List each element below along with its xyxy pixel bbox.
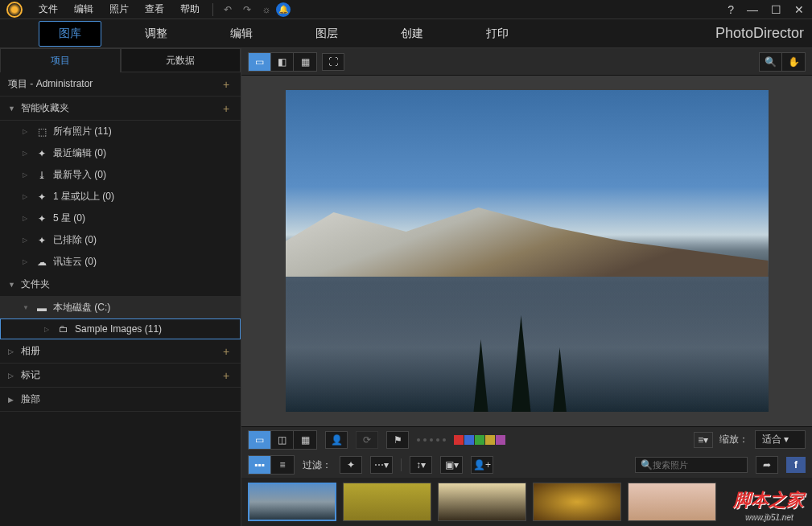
- faces-header[interactable]: ▶ 脸部: [0, 388, 241, 412]
- chevron-down-icon: ▼: [8, 281, 16, 289]
- smart-item-import[interactable]: ▷⤓最新导入 (0): [0, 164, 241, 186]
- content-area: ▭ ◧ ▦ ⛶ 🔍 ✋: [241, 48, 812, 526]
- thumbnail[interactable]: [343, 483, 431, 521]
- project-header[interactable]: 项目 - Administrator +: [0, 72, 241, 97]
- smart-item-1star[interactable]: ▷✦1 星或以上 (0): [0, 186, 241, 208]
- bell-icon[interactable]: 🔔: [276, 2, 291, 17]
- wand-icon: ✦: [35, 235, 48, 246]
- thumbnail[interactable]: [438, 483, 526, 521]
- smart-item-5star[interactable]: ▷✦5 星 (0): [0, 208, 241, 229]
- folders-label: 文件夹: [21, 277, 233, 291]
- face-tag-button[interactable]: 👤: [325, 431, 348, 449]
- filter-more-button[interactable]: ⋯▾: [370, 456, 393, 474]
- add-smart-button[interactable]: +: [220, 102, 233, 115]
- color-tag-green[interactable]: [475, 435, 484, 445]
- smart-item-all[interactable]: ▷⬚所有照片 (11): [0, 121, 241, 142]
- export-button[interactable]: ➦: [756, 456, 778, 474]
- close-button[interactable]: ✕: [791, 3, 807, 16]
- thumb-size-1[interactable]: ▪▪▪: [249, 456, 271, 474]
- color-tag-purple[interactable]: [496, 435, 505, 445]
- menu-help[interactable]: 帮助: [172, 0, 208, 19]
- view-grid-button[interactable]: ▦: [294, 53, 316, 71]
- chevron-right-icon: ▷: [23, 171, 31, 179]
- side-tab-metadata[interactable]: 元数据: [121, 48, 241, 72]
- color-tag-red[interactable]: [454, 435, 464, 445]
- add-project-button[interactable]: +: [220, 78, 233, 91]
- folders-header[interactable]: ▼ 文件夹: [0, 273, 241, 297]
- smart-item-cloud[interactable]: ▷☁讯连云 (0): [0, 251, 241, 273]
- minimize-button[interactable]: —: [744, 3, 761, 16]
- add-album-button[interactable]: +: [220, 345, 233, 358]
- maximize-button[interactable]: ☐: [768, 3, 785, 16]
- redo-icon[interactable]: ↷: [241, 3, 253, 16]
- side-tab-project[interactable]: 项目: [0, 48, 121, 72]
- chevron-right-icon: ▷: [23, 258, 31, 265]
- add-tag-button[interactable]: +: [220, 369, 233, 382]
- view-mode-2[interactable]: ◫: [271, 431, 294, 449]
- smart-item-recent[interactable]: ▷✦最近编辑 (0): [0, 142, 241, 164]
- view-single-button[interactable]: ▭: [249, 53, 271, 71]
- tags-header[interactable]: ▷ 标记 +: [0, 364, 241, 388]
- color-tag-blue[interactable]: [464, 435, 474, 445]
- color-tag-yellow[interactable]: [485, 435, 495, 445]
- chevron-right-icon: ▷: [23, 215, 31, 222]
- menu-edit[interactable]: 编辑: [66, 0, 101, 19]
- thumbnail[interactable]: [628, 483, 716, 521]
- tab-print[interactable]: 打印: [467, 22, 528, 46]
- flag-button[interactable]: ⚑: [386, 431, 409, 449]
- pan-tool-button[interactable]: ✋: [782, 53, 805, 71]
- albums-header[interactable]: ▷ 相册 +: [0, 339, 241, 364]
- divider: [212, 3, 213, 16]
- folder-item-selected[interactable]: ▷🗀Sample Images (11): [0, 318, 241, 339]
- menu-photo[interactable]: 照片: [101, 0, 137, 19]
- add-person-button[interactable]: 👤+: [471, 456, 493, 474]
- thumb-size-2[interactable]: ≡: [271, 456, 294, 474]
- thumbnail[interactable]: [533, 483, 621, 521]
- sort-direction-button[interactable]: ↕▾: [410, 456, 432, 474]
- sort-button[interactable]: ≡▾: [694, 432, 713, 448]
- external-display-button[interactable]: ⛶: [322, 53, 344, 71]
- rotate-button[interactable]: ⟳: [356, 431, 378, 449]
- smart-collection-header[interactable]: ▼ 智能收藏夹 +: [0, 97, 241, 121]
- tab-layer[interactable]: 图层: [296, 22, 357, 46]
- tab-create[interactable]: 创建: [381, 22, 443, 46]
- app-logo: [6, 2, 23, 18]
- menubar: 文件 编辑 照片 查看 帮助 ↶ ↷ ☼ 🔔 ? — ☐ ✕: [0, 0, 812, 19]
- filter-flag-button[interactable]: ✦: [340, 456, 362, 474]
- view-toolbar: ▭ ◧ ▦ ⛶ 🔍 ✋: [241, 48, 812, 76]
- albums-label: 相册: [21, 344, 220, 358]
- search-box[interactable]: 🔍 ✕: [635, 457, 748, 473]
- view-mode-1[interactable]: ▭: [249, 431, 271, 449]
- stack-button[interactable]: ▣▾: [440, 456, 463, 474]
- zoom-select[interactable]: 适合 ▾: [755, 430, 806, 449]
- chevron-right-icon: ▷: [23, 193, 31, 200]
- chevron-right-icon: ▷: [23, 128, 31, 135]
- search-icon: 🔍: [641, 459, 653, 471]
- menu-file[interactable]: 文件: [31, 0, 66, 19]
- tab-adjust[interactable]: 调整: [126, 22, 187, 46]
- hierarchy-icon: ⬚: [35, 126, 48, 138]
- sidebar: 项目 元数据 项目 - Administrator + ▼ 智能收藏夹 + ▷⬚…: [0, 48, 241, 526]
- star-rating[interactable]: [417, 438, 446, 442]
- drive-item[interactable]: ▼▬本地磁盘 (C:): [0, 297, 241, 318]
- search-input[interactable]: [653, 460, 764, 470]
- window-controls: ? — ☐ ✕: [724, 3, 812, 16]
- wand-icon: ✦: [35, 213, 48, 224]
- thumbnail[interactable]: [248, 483, 336, 521]
- view-dual-button[interactable]: ◧: [271, 53, 294, 71]
- smart-item-excluded[interactable]: ▷✦已排除 (0): [0, 229, 241, 251]
- view-mode-3[interactable]: ▦: [294, 431, 316, 449]
- gear-icon[interactable]: ☼: [260, 3, 273, 16]
- zoom-tool-button[interactable]: 🔍: [760, 53, 782, 71]
- help-icon[interactable]: ?: [724, 3, 737, 16]
- chevron-right-icon: ▷: [8, 372, 16, 380]
- menu-view[interactable]: 查看: [137, 0, 172, 19]
- wand-icon: ✦: [35, 191, 48, 203]
- undo-icon[interactable]: ↶: [221, 3, 234, 16]
- photo-viewer[interactable]: [241, 76, 812, 426]
- chevron-right-icon: ▷: [23, 150, 31, 157]
- tab-edit[interactable]: 编辑: [211, 22, 272, 46]
- tab-library[interactable]: 图库: [39, 21, 101, 47]
- facebook-button[interactable]: f: [786, 457, 806, 473]
- chevron-right-icon: ▶: [8, 396, 16, 404]
